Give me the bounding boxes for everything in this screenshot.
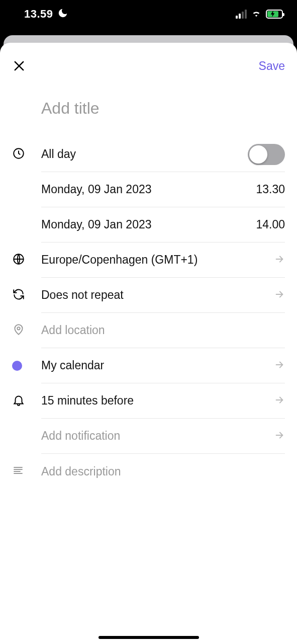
arrow-right-icon <box>274 254 285 267</box>
home-indicator <box>98 636 199 639</box>
cellular-signal-icon <box>236 10 247 19</box>
description-placeholder: Add description <box>41 465 121 478</box>
status-bar: 13.59 <box>0 0 297 28</box>
location-placeholder: Add location <box>41 324 105 337</box>
calendar-color-dot <box>12 361 22 371</box>
arrow-right-icon <box>274 289 285 302</box>
repeat-icon <box>12 288 25 303</box>
repeat-row[interactable]: Does not repeat <box>0 278 297 313</box>
wifi-icon <box>251 8 262 21</box>
add-notification-placeholder: Add notification <box>41 429 120 443</box>
event-title-input[interactable] <box>41 99 285 118</box>
status-time: 13.59 <box>24 8 53 21</box>
timezone-label: Europe/Copenhagen (GMT+1) <box>41 253 197 267</box>
location-row[interactable]: Add location <box>0 313 297 348</box>
timezone-row[interactable]: Europe/Copenhagen (GMT+1) <box>0 243 297 278</box>
arrow-right-icon <box>274 359 285 372</box>
arrow-right-icon <box>274 394 285 408</box>
globe-icon <box>12 253 25 268</box>
calendar-row[interactable]: My calendar <box>0 348 297 383</box>
start-time-label: 13.30 <box>256 183 285 196</box>
calendar-label: My calendar <box>41 359 104 372</box>
notification-label: 15 minutes before <box>41 394 134 408</box>
location-pin-icon <box>12 323 25 338</box>
start-datetime-row[interactable]: Monday, 09 Jan 2023 13.30 <box>0 172 297 207</box>
description-icon <box>12 464 24 478</box>
close-icon[interactable] <box>12 59 26 73</box>
clock-icon <box>12 147 25 162</box>
all-day-label: All day <box>41 147 76 161</box>
save-button[interactable]: Save <box>259 59 285 73</box>
event-editor-sheet: Save All day Monday, 09 Jan 2023 13.30 <box>0 43 297 644</box>
end-date-label: Monday, 09 Jan 2023 <box>41 218 152 231</box>
battery-charging-icon <box>266 10 283 19</box>
end-time-label: 14.00 <box>256 218 285 231</box>
all-day-row: All day <box>0 137 297 172</box>
moon-icon <box>57 8 68 21</box>
start-date-label: Monday, 09 Jan 2023 <box>41 183 152 196</box>
svg-point-2 <box>17 327 20 330</box>
arrow-right-icon <box>274 430 285 443</box>
description-row[interactable]: Add description <box>0 454 297 489</box>
all-day-toggle[interactable] <box>248 144 285 165</box>
notification-row[interactable]: 15 minutes before <box>0 383 297 419</box>
add-notification-row[interactable]: Add notification <box>0 419 297 454</box>
bell-icon <box>12 393 25 409</box>
end-datetime-row[interactable]: Monday, 09 Jan 2023 14.00 <box>0 207 297 243</box>
repeat-label: Does not repeat <box>41 288 124 302</box>
